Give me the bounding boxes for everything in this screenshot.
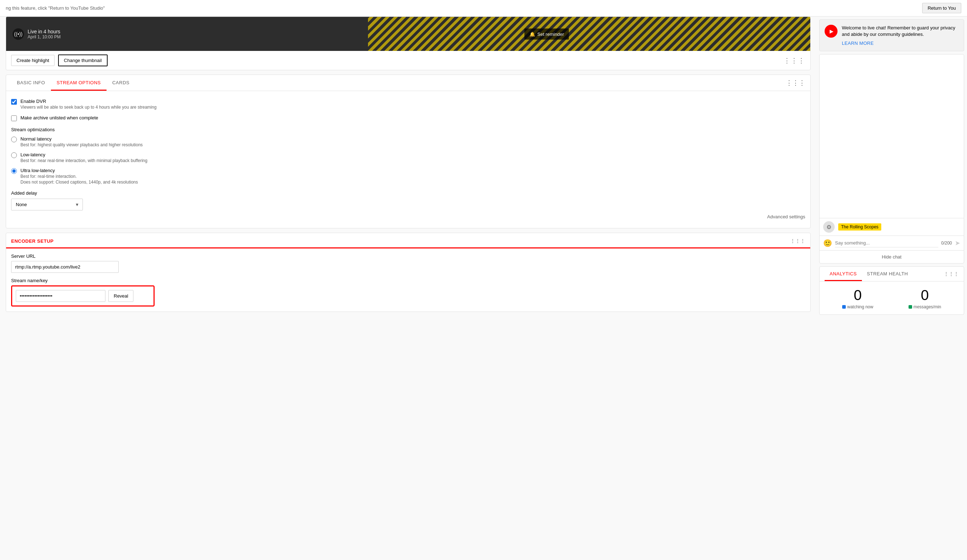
bell-icon: 🔔 <box>530 31 535 36</box>
low-latency-row: Low-latency Best for: near real-time int… <box>11 152 805 163</box>
ultra-low-latency-row: Ultra low-latency Best for: real-time in… <box>11 168 805 184</box>
ultra-low-latency-desc-2: Does not support: Closed captions, 1440p… <box>20 180 138 184</box>
video-thumbnail-area: ((•)) Live in 4 hours April 1, 10:00 PM … <box>6 17 810 51</box>
advanced-settings-link[interactable]: Advanced settings <box>767 214 805 219</box>
live-text: Live in 4 hours April 1, 10:00 PM <box>28 29 61 40</box>
reveal-button[interactable]: Reveal <box>108 290 134 302</box>
stream-options-content: Enable DVR Viewers will be able to seek … <box>6 91 810 228</box>
added-delay-select[interactable]: None <box>11 199 83 211</box>
change-thumbnail-button[interactable]: Change thumbnail <box>58 54 107 66</box>
return-to-youtube-button[interactable]: Return to You <box>922 3 961 13</box>
learn-more-link[interactable]: LEARN MORE <box>842 41 959 46</box>
right-panel: ▶ Welcome to live chat! Remember to guar… <box>816 16 967 318</box>
video-actions: Create highlight Change thumbnail ⋮⋮⋮ <box>6 51 810 70</box>
messages-dot-icon <box>909 305 912 309</box>
stream-key-input[interactable] <box>16 290 106 302</box>
enable-dvr-checkbox[interactable] <box>11 99 17 105</box>
watching-now-metric: 0 watching now <box>842 288 873 310</box>
enable-dvr-row: Enable DVR Viewers will be able to seek … <box>11 98 805 110</box>
low-latency-radio[interactable] <box>11 152 17 158</box>
welcome-text: Welcome to live chat! Remember to guard … <box>842 25 959 38</box>
stream-key-label: Stream name/key <box>11 278 805 283</box>
watching-dot-icon <box>842 305 846 309</box>
chat-welcome-box: ▶ Welcome to live chat! Remember to guar… <box>819 19 964 51</box>
tabs-more-options[interactable]: ⋮⋮⋮ <box>786 79 805 87</box>
encoder-header: ENCODER SETUP ⋮⋮⋮ <box>6 233 810 249</box>
chat-input-row: 🙂 0/200 ➤ <box>820 236 964 250</box>
enable-dvr-label[interactable]: Enable DVR <box>20 99 46 104</box>
ultra-low-latency-radio[interactable] <box>11 168 17 174</box>
enable-dvr-description: Viewers will be able to seek back up to … <box>20 105 157 110</box>
normal-latency-label[interactable]: Normal latency <box>20 136 52 142</box>
main-layout: ((•)) Live in 4 hours April 1, 10:00 PM … <box>0 16 967 318</box>
create-highlight-button[interactable]: Create highlight <box>11 55 54 66</box>
send-button[interactable]: ➤ <box>955 239 960 247</box>
messages-per-min-metric: 0 messages/min <box>909 288 941 310</box>
stream-key-row: Reveal <box>16 290 150 302</box>
normal-latency-radio[interactable] <box>11 137 17 142</box>
chat-input[interactable] <box>835 239 938 247</box>
video-preview: ((•)) Live in 4 hours April 1, 10:00 PM … <box>6 16 810 70</box>
make-archive-label[interactable]: Make archive unlisted when complete <box>20 115 98 120</box>
thumbnail-pattern <box>368 17 810 51</box>
analytics-tab[interactable]: ANALYTICS <box>825 267 862 281</box>
live-icon-symbol: ((•)) <box>14 31 23 37</box>
chat-area: ⚙ The Rolling Scopes 🙂 0/200 ➤ Hide chat <box>819 54 964 264</box>
stream-key-section: Reveal <box>11 285 155 306</box>
analytics-section: ANALYTICS STREAM HEALTH ⋮⋮⋮ 0 watching n… <box>819 266 964 315</box>
advanced-settings-row: Advanced settings <box>11 211 805 221</box>
video-more-options-button[interactable]: ⋮⋮⋮ <box>784 57 805 64</box>
watching-now-label: watching now <box>842 305 873 310</box>
optimizations-label: Stream optimizations <box>11 127 805 132</box>
analytics-content: 0 watching now 0 messages/min <box>820 282 964 315</box>
make-archive-row: Make archive unlisted when complete <box>11 115 805 121</box>
stream-health-tab[interactable]: STREAM HEALTH <box>862 267 913 281</box>
messages-per-min-count: 0 <box>921 288 929 302</box>
make-archive-checkbox[interactable] <box>11 115 17 121</box>
tab-stream-options[interactable]: STREAM OPTIONS <box>51 75 107 91</box>
ultra-low-latency-label[interactable]: Ultra low-latency <box>20 168 55 173</box>
encoder-more-options[interactable]: ⋮⋮⋮ <box>790 238 805 244</box>
set-reminder-button[interactable]: 🔔 Set reminder <box>525 28 569 40</box>
encoder-section: ENCODER SETUP ⋮⋮⋮ Server URL Stream name… <box>6 233 810 312</box>
messages-per-min-label: messages/min <box>909 305 941 310</box>
live-badge: ((•)) Live in 4 hours April 1, 10:00 PM <box>13 28 61 40</box>
avatar: ⚙ <box>823 221 835 233</box>
analytics-more-options[interactable]: ⋮⋮⋮ <box>944 271 959 277</box>
watching-now-count: 0 <box>854 288 861 302</box>
avatar-icon: ⚙ <box>827 224 832 231</box>
hide-chat-button[interactable]: Hide chat <box>820 250 964 263</box>
youtube-logo: ▶ <box>825 25 838 38</box>
top-bar: ng this feature, click "Return to YouTub… <box>0 0 967 16</box>
left-panel: ((•)) Live in 4 hours April 1, 10:00 PM … <box>0 16 816 318</box>
tab-cards[interactable]: CARDS <box>107 75 135 91</box>
added-delay-label: Added delay <box>11 190 805 196</box>
youtube-play-icon: ▶ <box>830 28 833 34</box>
username-badge: The Rolling Scopes <box>838 223 881 231</box>
ultra-low-latency-desc-1: Best for: real-time interaction. <box>20 174 138 179</box>
analytics-tabs-header: ANALYTICS STREAM HEALTH ⋮⋮⋮ <box>820 267 964 282</box>
normal-latency-row: Normal latency Best for: highest quality… <box>11 136 805 147</box>
top-bar-notice: ng this feature, click "Return to YouTub… <box>6 5 105 11</box>
live-icon: ((•)) <box>13 28 24 40</box>
live-subtitle: April 1, 10:00 PM <box>28 35 61 40</box>
encoder-title: ENCODER SETUP <box>11 239 53 244</box>
char-count: 0/200 <box>941 240 952 245</box>
live-title: Live in 4 hours <box>28 29 61 35</box>
tabs-container: BASIC INFO STREAM OPTIONS CARDS ⋮⋮⋮ Enab… <box>6 74 810 228</box>
chat-body <box>820 54 964 218</box>
emoji-button[interactable]: 🙂 <box>823 239 832 247</box>
chat-user-row: ⚙ The Rolling Scopes <box>820 218 964 236</box>
added-delay-select-wrapper: None ▼ <box>11 199 83 211</box>
low-latency-label[interactable]: Low-latency <box>20 152 45 157</box>
encoder-content: Server URL Stream name/key Reveal <box>6 249 810 311</box>
tabs-header: BASIC INFO STREAM OPTIONS CARDS ⋮⋮⋮ <box>6 75 810 91</box>
normal-latency-desc: Best for: highest quality viewer playbac… <box>20 142 143 147</box>
server-url-label: Server URL <box>11 254 805 259</box>
low-latency-desc: Best for: near real-time interaction, wi… <box>20 158 147 163</box>
latency-radio-group: Normal latency Best for: highest quality… <box>11 136 805 184</box>
added-delay-section: Added delay None ▼ <box>11 190 805 211</box>
tab-basic-info[interactable]: BASIC INFO <box>11 75 51 91</box>
server-url-input[interactable] <box>11 261 119 273</box>
